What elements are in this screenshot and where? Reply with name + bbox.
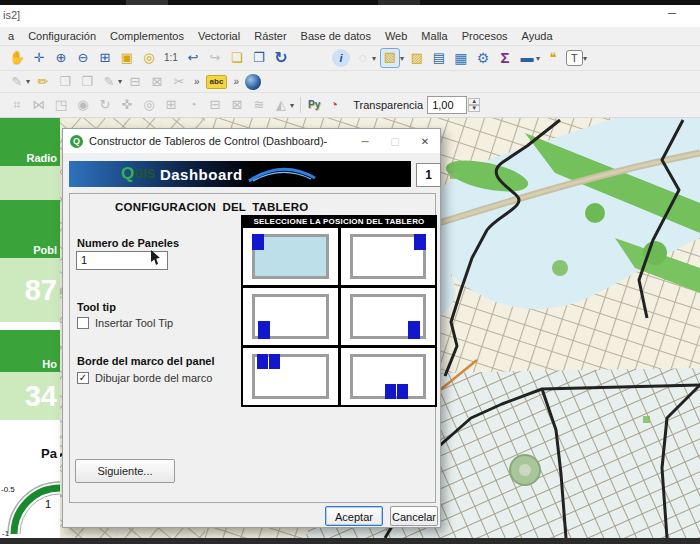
zoom-native-icon[interactable]: 1:1 xyxy=(162,49,180,67)
select-features-icon[interactable]: ▧ xyxy=(380,48,400,68)
next-button[interactable]: Siguiente... xyxy=(75,459,175,483)
dashboard-builder-dialog: Q Constructor de Tableros de Control (Da… xyxy=(62,128,441,528)
dialog-maximize-icon[interactable]: ▢ xyxy=(380,136,410,147)
add-ring-icon[interactable]: ◎ xyxy=(140,96,158,114)
spin-up-icon[interactable]: ▲ xyxy=(468,98,480,105)
split-features-icon[interactable]: ⋈ xyxy=(30,96,48,114)
new-bookmark-icon[interactable]: ❏ xyxy=(228,49,246,67)
pan-icon[interactable]: ✋ xyxy=(8,49,26,67)
position-option-5[interactable] xyxy=(243,348,338,405)
insert-tooltip-checkbox[interactable] xyxy=(77,317,89,329)
pan-to-selection-icon[interactable]: ✛ xyxy=(30,49,48,67)
dialog-minimize-icon[interactable]: ─ xyxy=(350,136,380,147)
current-edits-dropdown-icon[interactable]: ▾ xyxy=(26,77,30,86)
menu-procesos[interactable]: Procesos xyxy=(455,30,515,42)
simplify-feature-icon[interactable]: ✜ xyxy=(118,96,136,114)
draw-border-label[interactable]: Dibujar borde del marco xyxy=(95,372,212,384)
label-toolbar-icon[interactable]: abc xyxy=(206,75,228,89)
edit-attributes-icon[interactable]: ✎ xyxy=(100,73,118,91)
overflow-2-icon[interactable]: » xyxy=(231,73,241,91)
trim-extend-icon[interactable]: ◭ xyxy=(272,96,290,114)
accept-button[interactable]: Aceptar xyxy=(325,506,383,526)
modify-attributes-icon[interactable]: ⊟ xyxy=(126,73,144,91)
transparency-spinner[interactable]: ▲▼ xyxy=(468,98,480,112)
transparency-input[interactable]: 1,00 xyxy=(427,96,467,114)
menu-complementos[interactable]: Complementos xyxy=(103,30,191,42)
draw-border-checkbox[interactable]: ✓ xyxy=(77,372,89,384)
menu-ayuda[interactable]: Ayuda xyxy=(515,30,560,42)
zoom-to-selection-icon[interactable]: ◎ xyxy=(140,49,158,67)
identify-features-icon[interactable]: i xyxy=(332,49,350,67)
cut-features-icon[interactable]: ✂ xyxy=(170,73,188,91)
menu-a[interactable]: a xyxy=(6,30,21,42)
reverse-line-icon[interactable]: ≋ xyxy=(250,96,268,114)
deselect-features-icon[interactable]: ▨ xyxy=(408,49,426,67)
zoom-last-icon[interactable]: ↩ xyxy=(184,49,202,67)
toggle-editing-icon[interactable]: ✏ xyxy=(34,73,52,91)
fill-ring-icon[interactable]: ◔ xyxy=(184,96,202,114)
position-option-4[interactable] xyxy=(341,288,436,345)
zoom-to-object-icon[interactable]: ◌ xyxy=(354,49,372,67)
position-option-1[interactable] xyxy=(243,228,338,285)
panel-title: Pobl xyxy=(33,244,57,256)
zoom-in-icon[interactable]: ⊕ xyxy=(52,49,70,67)
delete-part-icon[interactable]: ⊠ xyxy=(228,96,246,114)
panel-header-hogares: Ho xyxy=(0,330,60,372)
position-selector: SELECCIONE LA POSICION DEL TABLERO xyxy=(241,215,437,407)
field-calculator-icon[interactable]: ▦ xyxy=(452,49,470,67)
zoom-next-icon[interactable]: ↪ xyxy=(206,49,224,67)
spin-down-icon[interactable]: ▼ xyxy=(468,105,480,112)
zoom-to-object-dropdown-icon[interactable]: ▾ xyxy=(372,54,376,63)
delete-selected-icon[interactable]: ⊠ xyxy=(148,73,166,91)
screen-thumbnail xyxy=(252,234,329,279)
refresh-icon[interactable]: ↻ xyxy=(272,49,290,67)
osm-place-search-icon[interactable] xyxy=(245,74,261,90)
edit-attributes-dropdown-icon[interactable]: ▾ xyxy=(118,77,122,86)
show-bookmarks-icon[interactable]: ❐ xyxy=(250,49,268,67)
menu-malla[interactable]: Malla xyxy=(414,30,454,42)
text-annotation-dropdown-icon[interactable]: ▾ xyxy=(583,54,587,63)
copy-features-icon[interactable]: ❐ xyxy=(78,73,96,91)
position-option-2[interactable] xyxy=(341,228,436,285)
open-attribute-table-icon[interactable]: ▤ xyxy=(430,49,448,67)
reshape-features-icon[interactable]: ⌗ xyxy=(8,96,26,114)
menu-configuraci-n[interactable]: Configuración xyxy=(21,30,103,42)
menu-r-ster[interactable]: Ráster xyxy=(247,30,293,42)
show-statistics-icon[interactable]: Σ xyxy=(496,49,514,67)
menu-vectorial[interactable]: Vectorial xyxy=(191,30,247,42)
window-minimize-icon[interactable]: ─ xyxy=(660,7,684,19)
panel-body xyxy=(0,166,60,200)
zoom-out-icon[interactable]: ⊖ xyxy=(74,49,92,67)
zoom-full-icon[interactable]: ⊞ xyxy=(96,49,114,67)
position-option-6[interactable] xyxy=(341,348,436,405)
dialog-titlebar[interactable]: Q Constructor de Tableros de Control (Da… xyxy=(63,129,440,153)
python-console-icon[interactable]: Py xyxy=(307,96,321,114)
cancel-button[interactable]: Cancelar xyxy=(390,506,438,526)
dashboard-banner: Q GIS Dashboard xyxy=(69,161,411,187)
toolbar-advanced-digitizing: ⌗⋈◳◉↻✜◎⊞◔⊟⊠≋◭▾Py◔Transparencia1,00▲▼ xyxy=(0,92,700,118)
position-option-3[interactable] xyxy=(243,288,338,345)
menu-web[interactable]: Web xyxy=(378,30,414,42)
map-tips-icon[interactable]: ❝ xyxy=(544,49,562,67)
processing-toolbox-icon[interactable]: ⚙ xyxy=(474,49,492,67)
menu-base-de-datos[interactable]: Base de datos xyxy=(294,30,378,42)
dialog-close-icon[interactable]: ✕ xyxy=(410,136,440,147)
text-annotation-icon[interactable]: T xyxy=(566,50,583,66)
trim-extend-dropdown-icon[interactable]: ▾ xyxy=(290,101,294,110)
select-features-dropdown-icon[interactable]: ▾ xyxy=(400,54,404,63)
rotate-feature-icon[interactable]: ↻ xyxy=(96,96,114,114)
insert-tooltip-label[interactable]: Insertar Tool Tip xyxy=(95,317,173,329)
zoom-to-layer-icon[interactable]: ▣ xyxy=(118,49,136,67)
measure-line-dropdown-icon[interactable]: ▾ xyxy=(536,54,540,63)
split-parts-icon[interactable]: ◳ xyxy=(52,96,70,114)
dashboard-plugin-icon[interactable]: ◔ xyxy=(325,96,343,114)
measure-line-icon[interactable]: ▬ xyxy=(518,49,536,67)
current-edits-icon[interactable]: ✎ xyxy=(8,73,26,91)
toolbar-separator xyxy=(300,97,301,113)
add-part-icon[interactable]: ⊞ xyxy=(162,96,180,114)
overflow-1-icon[interactable]: » xyxy=(192,73,202,91)
merge-features-icon[interactable]: ◉ xyxy=(74,96,92,114)
delete-ring-icon[interactable]: ⊟ xyxy=(206,96,224,114)
toolbar-digitizing: ✎▾✏❒❐✎▾⊟⊠✂»abc» xyxy=(0,70,700,92)
save-layer-edits-icon[interactable]: ❒ xyxy=(56,73,74,91)
